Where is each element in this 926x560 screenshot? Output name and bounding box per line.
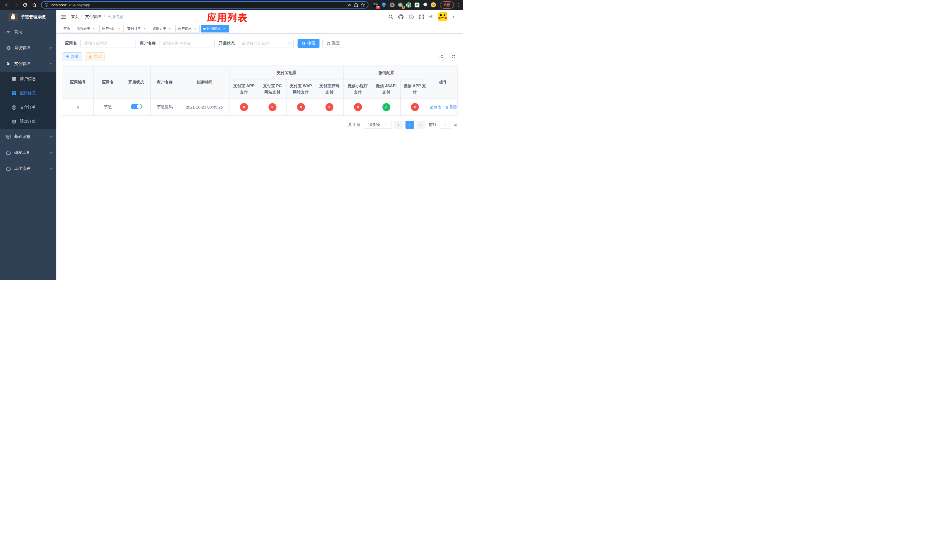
status-cross-icon: ✕ — [297, 103, 305, 111]
add-button[interactable]: 新增 — [62, 52, 82, 61]
col-header-status: 开启状态 — [122, 66, 151, 98]
cell-app-id: 6 — [62, 98, 94, 116]
browser-back-icon[interactable] — [3, 1, 11, 9]
status-cross-icon: ✕ — [411, 103, 419, 111]
ext-chat-icon[interactable] — [414, 2, 419, 8]
browser-menu-icon[interactable] — [457, 2, 460, 8]
app-name-label: 应用名 — [65, 41, 77, 46]
extensions-puzzle-icon[interactable] — [422, 2, 428, 8]
status-cross-icon: ✕ — [268, 103, 277, 111]
tag-merchant-info[interactable]: 商户信息× — [176, 25, 200, 32]
edit-pencil-icon — [430, 105, 433, 109]
col-header-app-id: 应用编号 — [62, 66, 94, 98]
ext-recorder-icon[interactable]: 1 — [398, 2, 403, 8]
cell-created: 2021-10-23 08:49:25 — [179, 98, 230, 116]
ext-badge: 1 — [402, 6, 405, 9]
address-bar[interactable]: localhost:1024/pay/app — [41, 1, 368, 9]
close-icon[interactable]: × — [193, 27, 197, 31]
share-icon[interactable] — [354, 3, 358, 7]
navbar: 首页 / 支付管理 / 应用信息 тT — [56, 10, 463, 24]
browser-home-icon[interactable] — [30, 1, 38, 9]
avatar-caret-icon[interactable] — [452, 15, 455, 18]
sidebar-item-refund-order[interactable]: 退款订单 — [0, 115, 56, 129]
ext-y-icon[interactable]: y — [406, 2, 411, 8]
tags-view: 首页 流程表单× 用户分组× 支付订单× 退款订单× 商户信息× 应用信息× — [56, 24, 463, 33]
close-icon[interactable]: × — [222, 27, 226, 31]
status-cross-icon: ✕ — [240, 103, 248, 111]
reset-button[interactable]: 重置 — [322, 39, 344, 48]
chevron-down-icon — [287, 41, 291, 45]
close-icon[interactable]: × — [168, 27, 172, 31]
ext-balloon-icon[interactable] — [381, 2, 386, 8]
sidebar-item-home[interactable]: 首页 — [0, 24, 56, 40]
page-1-button[interactable]: 1 — [406, 121, 414, 129]
header-search-icon[interactable] — [388, 14, 393, 20]
sidebar-item-label: 基础设施 — [14, 134, 49, 139]
sidebar-logo-row[interactable]: 芋道管理系统 — [0, 10, 56, 24]
col-header-created: 创建时间 — [179, 66, 230, 98]
tag-process-form[interactable]: 流程表单× — [74, 25, 98, 32]
toggle-search-button[interactable] — [438, 53, 446, 61]
status-select[interactable] — [238, 39, 294, 48]
site-info-icon[interactable] — [44, 3, 48, 7]
font-size-icon[interactable]: тT — [429, 14, 433, 20]
close-icon[interactable]: × — [92, 27, 96, 31]
bookmark-star-icon[interactable] — [360, 3, 365, 7]
tag-home[interactable]: 首页 — [61, 25, 73, 32]
table-row: 6 芋道 芋道源码 2021-10-23 08:49:25 ✕ ✕ ✕ ✕ ✕ … — [62, 98, 458, 116]
sidebar-item-dev-tools[interactable]: 研发工具 — [0, 145, 56, 160]
search-button[interactable]: 搜索 — [298, 39, 319, 48]
status-toggle[interactable] — [131, 104, 142, 109]
gear-icon — [6, 45, 11, 50]
sidebar-item-workflow[interactable]: 工作流程 — [0, 160, 56, 177]
close-icon[interactable]: × — [142, 27, 146, 31]
tag-app-info-active[interactable]: 应用信息× — [201, 25, 228, 32]
sidebar-item-app-info[interactable]: 应用信息 — [0, 86, 56, 100]
refresh-table-button[interactable] — [449, 53, 457, 61]
documents-icon — [11, 120, 17, 124]
goto-page-input[interactable] — [439, 121, 451, 129]
prev-page-button[interactable]: ‹ — [394, 121, 403, 129]
tag-refund-order[interactable]: 退款订单× — [150, 25, 174, 32]
chevron-down-icon — [49, 46, 52, 50]
sidebar-item-label: 首页 — [14, 29, 52, 35]
avatar[interactable] — [438, 12, 447, 21]
sidebar-item-infrastructure[interactable]: 基础设施 — [0, 129, 56, 145]
next-page-button[interactable]: › — [416, 121, 425, 129]
help-icon[interactable] — [409, 14, 414, 20]
export-button[interactable]: 导出 — [85, 52, 105, 61]
sidebar-collapse-icon[interactable] — [61, 15, 67, 20]
tag-user-group[interactable]: 用户分组× — [99, 25, 124, 32]
merchant-name-input[interactable] — [159, 39, 215, 48]
cell-merchant: 芋道源码 — [151, 98, 179, 116]
ext-emoji-icon[interactable] — [431, 2, 436, 8]
browser-update-button[interactable]: 更新 — [440, 2, 454, 9]
store-icon — [11, 77, 17, 81]
page-size-select[interactable]: 10条/页 — [364, 121, 392, 129]
tag-pay-order[interactable]: 支付订单× — [125, 25, 149, 32]
github-icon[interactable] — [398, 14, 404, 20]
breadcrumb-separator: / — [82, 15, 83, 19]
fullscreen-icon[interactable] — [419, 14, 424, 20]
ext-sketch-icon[interactable]: 10 — [373, 2, 378, 8]
password-key-icon[interactable] — [347, 3, 352, 7]
app-table: 应用编号 应用名 开启状态 商户名称 创建时间 支付宝配置 微信配置 操作 支付… — [62, 65, 458, 116]
sidebar-item-pay-order[interactable]: 支付订单 — [0, 100, 56, 115]
browser-reload-icon[interactable] — [21, 1, 29, 9]
navbar-tools: тT — [388, 12, 458, 21]
ext-command-icon[interactable]: ⌘ — [390, 2, 395, 8]
search-icon — [302, 42, 306, 45]
sidebar-item-system[interactable]: 系统管理 — [0, 40, 56, 56]
browser-forward-icon[interactable] — [12, 1, 20, 9]
breadcrumb-home[interactable]: 首页 — [71, 14, 79, 20]
app-name-input[interactable] — [80, 39, 136, 48]
sidebar-item-payment[interactable]: ¥ 支付管理 — [0, 56, 56, 72]
close-icon[interactable]: × — [117, 27, 121, 31]
sidebar-item-label: 工作流程 — [14, 166, 49, 171]
delete-link[interactable]: 删除 — [445, 104, 457, 110]
cell-wx-jsapi: ✓ — [372, 98, 401, 116]
sidebar-item-merchant-info[interactable]: 商户信息 — [0, 72, 56, 86]
edit-link[interactable]: 修改 — [430, 104, 441, 110]
breadcrumb-payment[interactable]: 支付管理 — [85, 14, 101, 20]
tag-active-dot — [203, 28, 206, 30]
